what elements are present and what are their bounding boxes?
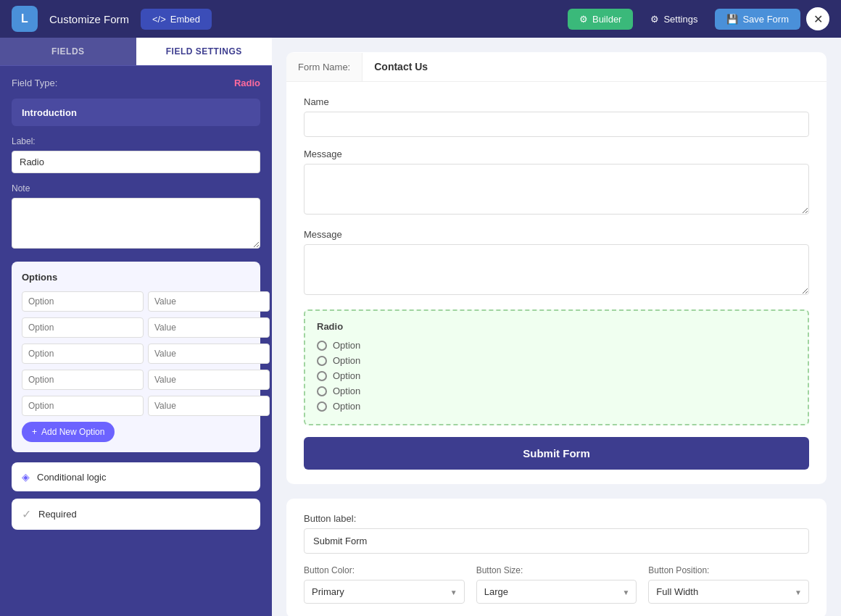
right-panel: Form Name: Contact Us Name Message Messa… [272,38,841,616]
radio-section: Radio Option Option Option [304,309,809,425]
field-type-label: Field Type: [12,78,57,88]
button-position-select[interactable]: Full Width Left Center Right [648,580,809,604]
tabs-row: FIELDS FIELD SETTINGS [0,38,272,66]
conditional-logic-section[interactable]: ◈ Conditional logic [12,462,260,491]
option-input-3[interactable] [22,344,144,364]
form-fields-area: Name Message Message Radio Option Option [286,82,826,484]
button-size-label: Button Size: [476,565,637,575]
button-size-group: Button Size: Small Medium Large [476,565,637,604]
tab-field-settings[interactable]: FIELD SETTINGS [136,38,273,65]
builder-icon: ⚙ [579,14,588,25]
embed-label: Embed [170,14,200,25]
embed-button[interactable]: </> Embed [141,9,212,30]
introduction-section: Introduction [12,99,260,126]
intro-title: Introduction [22,107,77,118]
add-option-label: Add New Option [41,427,104,437]
radio-option-1[interactable]: Option [317,338,796,353]
button-position-group: Button Position: Full Width Left Center … [648,565,809,604]
message-textarea-2[interactable] [304,244,809,295]
tab-fields[interactable]: FIELDS [0,38,136,65]
radio-option-4[interactable]: Option [317,383,796,399]
submit-form-button[interactable]: Submit Form [304,437,809,470]
option-input-2[interactable] [22,317,144,338]
left-panel: FIELDS FIELD SETTINGS Field Type: Radio … [0,38,272,616]
button-settings-card: Button label: Button Color: Primary Seco… [286,499,826,616]
settings-icon: ⚙ [650,14,659,25]
form-name-value: Contact Us [362,52,439,81]
code-icon: </> [152,14,166,25]
radio-option-label-1: Option [333,340,360,351]
option-input-4[interactable] [22,370,144,390]
button-size-select[interactable]: Small Medium Large [476,580,637,604]
options-title: Options [22,272,250,283]
message-field-label-2: Message [304,229,809,240]
value-input-2[interactable] [148,317,270,338]
radio-dot-3 [317,371,327,381]
required-section[interactable]: ✓ Required [12,499,260,530]
save-label: Save Form [742,14,789,25]
option-row-3: ✕ [22,344,250,364]
radio-option-label-4: Option [333,386,360,396]
button-position-select-wrapper: Full Width Left Center Right [648,580,809,604]
button-position-label: Button Position: [648,565,809,575]
radio-option-label-2: Option [333,355,360,366]
button-label-field-label: Button label: [304,513,809,524]
top-navigation: L Customize Form </> Embed ⚙ Builder ⚙ S… [0,0,841,38]
label-input[interactable] [12,151,260,173]
button-color-select[interactable]: Primary Secondary Success Danger [304,580,465,604]
button-color-group: Button Color: Primary Secondary Success … [304,565,465,604]
name-input[interactable] [304,112,809,137]
option-row-5: ✕ [22,396,250,416]
value-input-4[interactable] [148,370,270,390]
radio-option-label-5: Option [333,401,360,412]
save-icon: 💾 [726,14,738,25]
radio-option-3[interactable]: Option [317,368,796,383]
settings-label: Settings [663,14,697,25]
value-input-1[interactable] [148,291,270,312]
option-row-4: ✕ [22,370,250,390]
radio-dot-5 [317,401,327,412]
radio-dot-2 [317,356,327,366]
option-input-1[interactable] [22,291,144,312]
radio-dot-4 [317,386,327,396]
conditional-icon: ◈ [22,471,30,483]
add-option-button[interactable]: + Add New Option [22,422,115,442]
value-input-3[interactable] [148,344,270,364]
note-label: Note [12,183,260,193]
field-type-value: Radio [234,78,260,88]
option-row-1: ✕ [22,291,250,312]
label-section: Label: [12,136,260,173]
settings-button[interactable]: ⚙ Settings [639,9,709,30]
button-label-input[interactable] [304,528,809,554]
save-form-button[interactable]: 💾 Save Form [715,9,800,30]
value-input-5[interactable] [148,396,270,416]
radio-option-2[interactable]: Option [317,353,796,368]
option-input-5[interactable] [22,396,144,416]
button-color-select-wrapper: Primary Secondary Success Danger [304,580,465,604]
button-color-label: Button Color: [304,565,465,575]
message-field-label-1: Message [304,149,809,159]
button-settings-row: Button Color: Primary Secondary Success … [304,565,809,604]
radio-option-label-3: Option [333,370,360,381]
form-preview-card: Form Name: Contact Us Name Message Messa… [286,52,826,484]
builder-button[interactable]: ⚙ Builder [568,9,633,30]
radio-section-title: Radio [317,321,796,332]
name-field-label: Name [304,96,809,107]
left-panel-content: Field Type: Radio Introduction Label: No… [0,66,272,541]
button-size-select-wrapper: Small Medium Large [476,580,637,604]
conditional-label: Conditional logic [37,472,106,483]
main-layout: FIELDS FIELD SETTINGS Field Type: Radio … [0,38,841,616]
note-textarea[interactable] [12,198,260,249]
builder-label: Builder [592,14,621,25]
note-section: Note [12,183,260,251]
close-icon: ✕ [813,12,823,26]
nav-right: ⚙ Builder ⚙ Settings 💾 Save Form ✕ [568,7,829,30]
radio-option-5[interactable]: Option [317,399,796,414]
message-textarea-1[interactable] [304,164,809,215]
add-icon: + [32,427,37,437]
page-title: Customize Form [49,13,129,25]
options-section: Options ✕ ✕ ✕ [12,262,260,452]
form-name-bar: Form Name: Contact Us [286,52,826,82]
close-button[interactable]: ✕ [806,7,829,30]
field-type-row: Field Type: Radio [12,78,260,88]
